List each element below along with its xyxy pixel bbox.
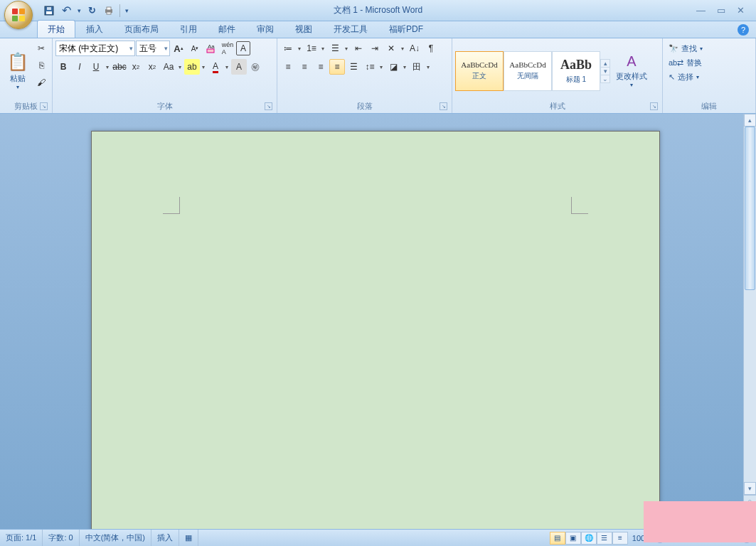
style-heading1[interactable]: AaBb 标题 1 [552,51,600,91]
numbering-icon[interactable]: 1≡ [304,41,319,56]
status-macro-icon[interactable]: ▦ [179,530,198,546]
borders-dropdown[interactable]: ▾ [425,59,432,75]
tab-references[interactable]: 引用 [169,20,208,38]
borders-icon[interactable]: 田 [409,59,425,75]
align-distribute-icon[interactable]: ☰ [346,59,361,75]
numbering-dropdown[interactable]: ▾ [319,41,326,56]
indent-icon[interactable]: ⇥ [367,41,383,56]
status-mode[interactable]: 插入 [151,530,179,546]
underline-dropdown[interactable]: ▾ [104,59,111,75]
tab-foxitpdf[interactable]: 福昕PDF [378,20,434,38]
outdent-icon[interactable]: ⇤ [351,41,366,56]
page[interactable] [91,131,660,529]
superscript-button[interactable]: x2 [144,59,160,75]
tab-view[interactable]: 视图 [284,20,323,38]
textdir-icon[interactable]: ✕ [383,41,399,56]
textdir-dropdown[interactable]: ▾ [399,41,406,56]
font-dialog-launcher[interactable]: ↘ [265,102,272,110]
highlight-button[interactable]: ab [184,59,200,75]
quickprint-icon[interactable] [101,3,117,18]
status-words[interactable]: 字数: 0 [43,530,79,546]
font-family-combo[interactable]: 宋体 (中文正文) [55,41,135,56]
help-icon[interactable]: ? [738,24,749,36]
align-justify-icon[interactable]: ≡ [329,59,345,75]
changecase-button[interactable]: Aa [161,59,176,75]
showmarks-icon[interactable]: ¶ [423,41,439,56]
bullets-icon[interactable]: ≔ [280,41,296,56]
multilevel-icon[interactable]: ☰ [327,41,343,56]
align-center-icon[interactable]: ≡ [297,59,312,75]
char-border-icon[interactable]: A [236,41,250,55]
qat-customize[interactable]: ▾ [123,7,130,14]
clipboard-dialog-launcher[interactable]: ↘ [40,102,48,110]
save-icon[interactable] [41,3,57,18]
italic-button[interactable]: I [72,59,87,75]
sort-icon[interactable]: A↓ [407,41,422,56]
close-button[interactable]: ✕ [737,5,745,16]
document-area[interactable] [0,114,743,529]
align-left-icon[interactable]: ≡ [280,59,296,75]
maximize-button[interactable]: ▭ [717,5,725,16]
linespacing-icon[interactable]: ↕≡ [362,59,378,75]
highlight-dropdown[interactable]: ▾ [200,59,207,75]
status-language[interactable]: 中文(简体，中国) [80,530,151,546]
styles-expand[interactable]: ⌄ [601,75,609,82]
shading-icon[interactable]: ◪ [385,59,401,75]
styles-dialog-launcher[interactable]: ↘ [650,102,658,110]
cut-icon[interactable]: ✂ [33,41,49,56]
find-button[interactable]: 🔭查找▾ [666,42,752,55]
tab-developer[interactable]: 开发工具 [323,20,378,38]
view-web-icon[interactable]: 🌐 [581,532,597,545]
align-right-icon[interactable]: ≡ [313,59,329,75]
tab-pagelayout[interactable]: 页面布局 [114,20,169,38]
paste-button[interactable]: 📋 粘贴 ▾ [3,41,32,101]
changecase-dropdown[interactable]: ▾ [176,59,183,75]
linespacing-dropdown[interactable]: ▾ [378,59,385,75]
font-size-combo[interactable]: 五号 [136,41,170,56]
undo-dropdown[interactable]: ▾ [75,7,82,14]
subscript-button[interactable]: x2 [128,59,144,75]
status-page[interactable]: 页面: 1/1 [0,530,43,546]
select-button[interactable]: ↖选择▾ [666,70,752,84]
view-fullscreen-icon[interactable]: ▣ [565,532,581,545]
styles-row-up[interactable]: ▴ [601,60,609,68]
paragraph-dialog-launcher[interactable]: ↘ [440,102,447,110]
char-shading-icon[interactable]: A [231,59,247,75]
replace-button[interactable]: ab⇄替换 [666,56,752,70]
view-draft-icon[interactable]: ≡ [612,532,628,545]
multilevel-dropdown[interactable]: ▾ [343,41,350,56]
undo-icon[interactable]: ↶ [58,3,74,18]
underline-button[interactable]: U [88,59,104,75]
fontcolor-dropdown[interactable]: ▾ [223,59,230,75]
fontcolor-button[interactable]: A [208,59,223,75]
bold-button[interactable]: B [55,59,71,75]
view-printlayout-icon[interactable]: ▤ [550,532,565,545]
bullets-dropdown[interactable]: ▾ [296,41,303,56]
redo-icon[interactable]: ↻ [84,3,100,18]
phonetic-icon[interactable]: wénA [220,41,235,56]
enclose-char-icon[interactable]: ㊙ [247,59,263,75]
change-styles-button[interactable]: A 更改样式 ▾ [612,41,651,101]
minimize-button[interactable]: — [696,5,706,16]
strike-button[interactable]: abc [112,59,127,75]
formatpainter-icon[interactable]: 🖌 [33,75,49,90]
office-button[interactable] [4,1,33,29]
scroll-down-button[interactable]: ▾ [744,482,756,495]
pink-overlay [644,501,756,542]
shading-dropdown[interactable]: ▾ [401,59,408,75]
style-normal[interactable]: AaBbCcDd 正文 [455,51,504,91]
grow-font-icon[interactable]: A▴ [171,41,186,56]
style-nospacing[interactable]: AaBbCcDd 无间隔 [504,51,552,91]
clear-format-icon[interactable]: Aa [203,41,219,56]
copy-icon[interactable]: ⎘ [33,58,49,73]
styles-row-down[interactable]: ▾ [601,68,609,75]
tab-review[interactable]: 审阅 [246,20,284,38]
tab-home[interactable]: 开始 [37,20,75,38]
scroll-up-button[interactable]: ▴ [744,114,756,127]
scroll-track[interactable] [744,127,756,482]
scroll-thumb[interactable] [745,127,755,290]
shrink-font-icon[interactable]: A▾ [187,41,203,56]
view-outline-icon[interactable]: ☰ [597,532,612,545]
tab-mailings[interactable]: 邮件 [208,20,246,38]
tab-insert[interactable]: 插入 [75,20,114,38]
